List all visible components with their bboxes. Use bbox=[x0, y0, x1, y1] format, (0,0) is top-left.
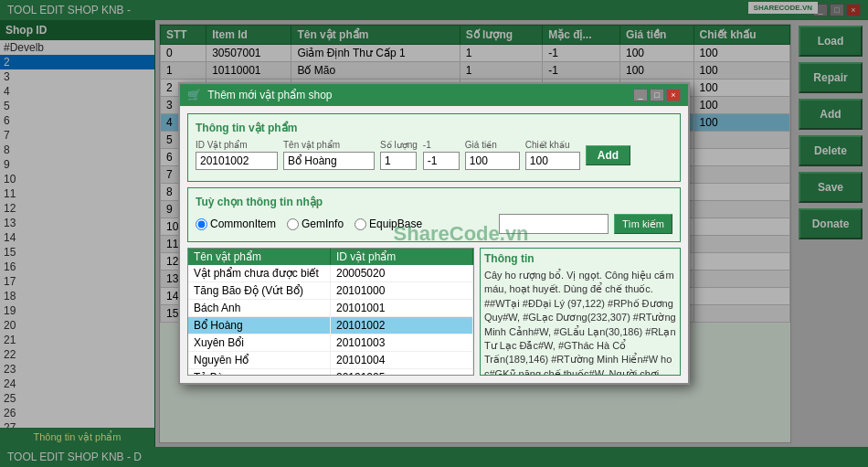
list-item-name-6: Tỷ Bà bbox=[188, 369, 331, 376]
list-item-name-2: Bách Anh bbox=[188, 300, 331, 316]
list-info-row: Tên vật phẩm ID vật phẩm Vật phẩm chưa đ… bbox=[187, 248, 681, 376]
list-item[interactable]: Vật phẩm chưa được biết20005020 bbox=[188, 265, 473, 282]
list-col-id: ID vật phẩm bbox=[331, 249, 473, 265]
info-section: Thông tin vật phẩm ID Vật phẩm Tên vật p… bbox=[187, 113, 681, 182]
list-item-name-5: Nguyên Hổ bbox=[188, 352, 331, 368]
list-item[interactable]: Bách Anh20101001 bbox=[188, 300, 473, 317]
list-item-name-3: Bổ Hoàng bbox=[188, 317, 331, 334]
discount-field-label: Chiết khấu bbox=[525, 140, 580, 150]
list-item[interactable]: Bổ Hoàng20101002 bbox=[188, 317, 473, 334]
price-label-group: Giá tiền bbox=[465, 140, 520, 170]
item-list-body[interactable]: Vật phẩm chưa được biết20005020Tăng Bão … bbox=[188, 265, 473, 376]
modal-dialog: 🛒 Thêm mới vật phẩm shop _ □ × ShareCode… bbox=[178, 82, 690, 385]
modal-minimize-button[interactable]: _ bbox=[633, 89, 648, 101]
search-area: Tìm kiếm bbox=[499, 214, 672, 234]
search-button[interactable]: Tìm kiếm bbox=[614, 214, 672, 234]
list-item-name-1: Tăng Bão Độ (Vứt Bổ) bbox=[188, 282, 331, 299]
list-item-name-4: Xuyên Bổi bbox=[188, 334, 331, 351]
radio-common-label: CommonItem bbox=[210, 218, 276, 230]
radio-gem-input[interactable] bbox=[287, 218, 299, 230]
search-input[interactable] bbox=[499, 214, 609, 234]
qty-label-group: Số lượng bbox=[380, 140, 418, 170]
name-field-label: Tên vật phẩm bbox=[283, 140, 375, 150]
info-row-fields: ID Vật phẩm Tên vật phẩm Số lượng -1 bbox=[196, 140, 672, 170]
id-field-input[interactable] bbox=[196, 152, 278, 170]
qty-field-input[interactable] bbox=[380, 152, 417, 170]
modal-maximize-button[interactable]: □ bbox=[650, 89, 664, 101]
list-item[interactable]: Nguyên Hổ20101004 bbox=[188, 352, 473, 369]
modal-add-container: Add bbox=[586, 145, 630, 165]
modal-title-text: Thêm mới vật phẩm shop bbox=[207, 89, 332, 101]
info-box-title: Thông tin bbox=[484, 252, 676, 265]
list-item-name-0: Vật phẩm chưa được biết bbox=[188, 265, 331, 281]
radio-common-item[interactable]: CommonItem bbox=[196, 218, 276, 230]
list-item-id-4: 20101003 bbox=[331, 334, 473, 351]
list-item-id-3: 20101002 bbox=[331, 317, 473, 334]
list-item-id-0: 20005020 bbox=[331, 265, 473, 281]
options-section: Tuỳ chọn thông tin nhập CommonItem GemIn… bbox=[187, 187, 681, 242]
modal-add-button[interactable]: Add bbox=[586, 145, 630, 165]
modal-close-button[interactable]: × bbox=[666, 89, 681, 101]
list-item[interactable]: Tỷ Bà20101005 bbox=[188, 369, 473, 376]
list-item[interactable]: Xuyên Bổi20101003 bbox=[188, 334, 473, 352]
default-label-group: -1 bbox=[423, 140, 460, 170]
id-field-label: ID Vật phẩm bbox=[196, 140, 278, 150]
list-item-id-6: 20101005 bbox=[331, 369, 473, 376]
list-item[interactable]: Tăng Bão Độ (Vứt Bổ)20101000 bbox=[188, 282, 473, 300]
modal-body: ShareCode.vn Thông tin vật phẩm ID Vật p… bbox=[180, 106, 688, 383]
price-field-input[interactable] bbox=[465, 152, 520, 170]
list-item-id-5: 20101004 bbox=[331, 352, 473, 368]
name-label-group: Tên vật phẩm bbox=[283, 140, 375, 170]
radio-gem-info[interactable]: GemInfo bbox=[287, 218, 344, 230]
discount-label-group: Chiết khấu bbox=[525, 140, 580, 170]
info-box-text: Cây ho rượng bổ. Vị ngọt. Công hiệu cầm … bbox=[484, 269, 676, 376]
options-title: Tuỳ chọn thông tin nhập bbox=[196, 196, 672, 208]
radio-equip-input[interactable] bbox=[355, 218, 366, 230]
qty-field-label: Số lượng bbox=[380, 140, 418, 150]
modal-title: 🛒 Thêm mới vật phẩm shop bbox=[187, 89, 333, 101]
item-list-container[interactable]: Tên vật phẩm ID vật phẩm Vật phẩm chưa đ… bbox=[187, 248, 474, 376]
modal-overlay: 🛒 Thêm mới vật phẩm shop _ □ × ShareCode… bbox=[0, 0, 868, 467]
list-item-id-1: 20101000 bbox=[331, 282, 473, 299]
options-row: CommonItem GemInfo EquipBase Tìm kiếm bbox=[196, 214, 672, 234]
radio-common-input[interactable] bbox=[196, 218, 207, 230]
modal-controls[interactable]: _ □ × bbox=[633, 89, 681, 101]
id-label-group: ID Vật phẩm bbox=[196, 140, 278, 170]
list-col-name: Tên vật phẩm bbox=[188, 249, 331, 265]
default-field-label: -1 bbox=[423, 140, 460, 150]
list-item-id-2: 20101001 bbox=[331, 300, 473, 316]
modal-titlebar: 🛒 Thêm mới vật phẩm shop _ □ × bbox=[180, 84, 688, 106]
radio-equip-label: EquipBase bbox=[369, 218, 422, 230]
info-section-title: Thông tin vật phẩm bbox=[196, 122, 672, 134]
price-field-label: Giá tiền bbox=[465, 140, 520, 150]
item-list-header: Tên vật phẩm ID vật phẩm bbox=[188, 249, 473, 265]
modal-icon: 🛒 bbox=[187, 89, 201, 101]
radio-equip-base[interactable]: EquipBase bbox=[355, 218, 422, 230]
info-box: Thông tin Cây ho rượng bổ. Vị ngọt. Công… bbox=[480, 248, 681, 376]
discount-field-input[interactable] bbox=[525, 152, 580, 170]
radio-gem-label: GemInfo bbox=[302, 218, 344, 230]
default-field-input[interactable] bbox=[423, 152, 460, 170]
name-field-input[interactable] bbox=[283, 152, 375, 170]
